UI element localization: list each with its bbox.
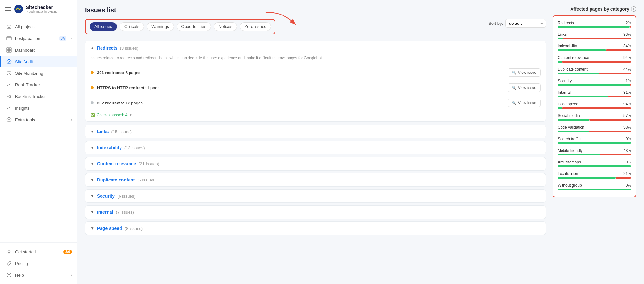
bar-track	[558, 96, 631, 97]
view-issue-label: View issue	[518, 70, 536, 75]
bar-green	[558, 84, 630, 86]
diamond-icon	[6, 249, 12, 255]
bar-pct: 0%	[626, 160, 631, 164]
chevron-down-icon: ▼	[91, 194, 94, 198]
collapsed-category-indexability[interactable]: ▼ Indexability (13 issues)	[85, 141, 546, 154]
bar-red	[589, 119, 631, 121]
collapsed-category-security[interactable]: ▼ Security (6 issues)	[85, 189, 546, 203]
sidebar-item-insights[interactable]: Insights	[0, 102, 77, 114]
bar-pct: 57%	[623, 113, 631, 118]
chevron-down-icon: ▼	[91, 210, 94, 214]
category-title: Links	[97, 129, 109, 134]
logo-icon	[14, 5, 23, 14]
severity-dot-orange	[91, 71, 94, 74]
monitoring-icon	[6, 70, 12, 76]
sidebar-item-hostpapa[interactable]: hostpapa.com UA ›	[0, 33, 77, 44]
bar-row-without-group: Without group 0%	[558, 182, 631, 193]
bar-row-content-relevance: Content relevance 94%	[558, 54, 631, 66]
issue-302-redirects: 302 redirects: 12 pages 🔍 View issue	[85, 95, 546, 110]
bar-pct: 21%	[623, 171, 631, 176]
view-issue-button-3[interactable]: 🔍 View issue	[508, 99, 541, 107]
bar-green	[558, 189, 631, 190]
right-panel-header: Affected pages by category i	[553, 6, 636, 12]
chevron-right-icon: ›	[71, 273, 72, 277]
search-icon: 🔍	[512, 71, 516, 75]
svg-point-11	[9, 276, 9, 276]
tab-opportunities[interactable]: Opportunities	[177, 22, 211, 31]
right-panel: Affected pages by category i Redirects 2…	[553, 6, 636, 278]
tab-criticals[interactable]: Criticals	[120, 22, 144, 31]
bar-green	[558, 107, 562, 109]
collapsed-category-duplicate-content[interactable]: ▼ Duplicate content (6 issues)	[85, 173, 546, 187]
sidebar-item-site-audit[interactable]: Site Audit	[0, 56, 77, 67]
sidebar-item-site-monitoring[interactable]: Site Monitoring	[0, 67, 77, 79]
svg-point-9	[10, 262, 11, 263]
bar-label: Security	[558, 79, 572, 83]
tab-all-issues[interactable]: All issues	[90, 22, 117, 31]
sidebar-item-rank-tracker[interactable]: Rank Tracker	[0, 79, 77, 91]
bar-label: Localization	[558, 171, 578, 176]
hamburger-icon[interactable]	[5, 7, 11, 11]
bar-row-social-media: Social media 57%	[558, 112, 631, 124]
sort-select[interactable]: default severity pages affected	[505, 19, 546, 28]
collapsed-category-page-speed[interactable]: ▼ Page speed (8 issues)	[85, 221, 546, 235]
category-count: (6 issues)	[137, 178, 155, 182]
bar-label: Social media	[558, 113, 580, 118]
checks-passed: ✅ Checks passed: 4 ▼	[85, 110, 546, 121]
bar-green	[558, 96, 608, 97]
redirects-header[interactable]: ▲ Redirects (3 issues)	[85, 41, 546, 55]
bar-red	[599, 73, 631, 74]
chevron-right-icon: ›	[71, 37, 72, 40]
bar-pct: 34%	[623, 44, 631, 48]
search-icon: 🔍	[512, 86, 516, 90]
checks-passed-text: Checks passed: 4	[97, 113, 127, 117]
collapsed-category-links[interactable]: ▼ Links (15 issues)	[85, 125, 546, 138]
sidebar-item-all-projects[interactable]: All projects	[0, 21, 77, 33]
sidebar-item-get-started[interactable]: Get started 3/6	[0, 246, 77, 258]
chevron-down-icon: ▼	[91, 129, 94, 134]
bar-track	[558, 142, 631, 144]
bar-pct: 43%	[623, 148, 631, 153]
category-title: Security	[97, 193, 115, 199]
main-content: Issues list All issues Criticals Warning…	[77, 0, 644, 284]
sidebar-item-dashboard[interactable]: Dashboard	[0, 44, 77, 56]
checks-dropdown-icon[interactable]: ▼	[129, 113, 132, 117]
collapsed-category-content-relevance[interactable]: ▼ Content relevance (21 issues)	[85, 157, 546, 171]
rank-icon	[6, 82, 12, 88]
home-icon	[6, 24, 12, 30]
bar-pct: 1%	[626, 79, 631, 83]
sidebar-item-help[interactable]: Help ›	[0, 269, 77, 281]
category-bars: Redirects 2% Links 93% Indexability 34% …	[553, 15, 636, 197]
chevron-down-icon: ▼	[91, 226, 94, 230]
bar-green	[558, 119, 589, 121]
affected-pages-title: Affected pages by category	[570, 6, 629, 12]
sidebar-item-backlink-tracker[interactable]: Backlink Tracker	[0, 91, 77, 102]
severity-dot-orange	[91, 86, 94, 89]
tab-warnings[interactable]: Warnings	[147, 22, 174, 31]
tab-zero-issues[interactable]: Zero issues	[240, 22, 271, 31]
bar-pct: 58%	[623, 125, 631, 130]
dashboard-icon	[6, 47, 12, 53]
view-issue-button-1[interactable]: 🔍 View issue	[508, 68, 541, 77]
sidebar-item-pricing[interactable]: Pricing	[0, 258, 77, 269]
category-count: (6 issues)	[117, 194, 135, 199]
issue-https-redirect: HTTPS to HTTP redirect: 1 page 🔍 View is…	[85, 80, 546, 95]
bar-label: Redirects	[558, 21, 574, 25]
bar-red	[630, 26, 631, 28]
redirects-desc: Issues related to redirects and redirect…	[85, 55, 546, 65]
bar-green	[558, 154, 600, 155]
bar-track	[558, 26, 631, 28]
info-icon[interactable]: i	[631, 6, 636, 12]
collapsed-category-internal[interactable]: ▼ Internal (7 issues)	[85, 205, 546, 219]
chevron-down-icon: ▼	[91, 145, 94, 150]
bar-row-internal: Internal 31%	[558, 89, 631, 101]
svg-rect-4	[7, 50, 9, 52]
sidebar-item-extra-tools[interactable]: Extra tools ›	[0, 114, 77, 125]
sidebar: Sitechecker Proudly made in Ukraine All …	[0, 0, 77, 284]
bar-pct: 31%	[623, 90, 631, 95]
tab-notices[interactable]: Notices	[214, 22, 237, 31]
collapsed-sections-container: ▼ Links (15 issues) ▼ Indexability (13 i…	[85, 125, 546, 235]
view-issue-button-2[interactable]: 🔍 View issue	[508, 83, 541, 92]
category-title: Internal	[97, 210, 113, 215]
category-title: Indexability	[97, 145, 122, 150]
